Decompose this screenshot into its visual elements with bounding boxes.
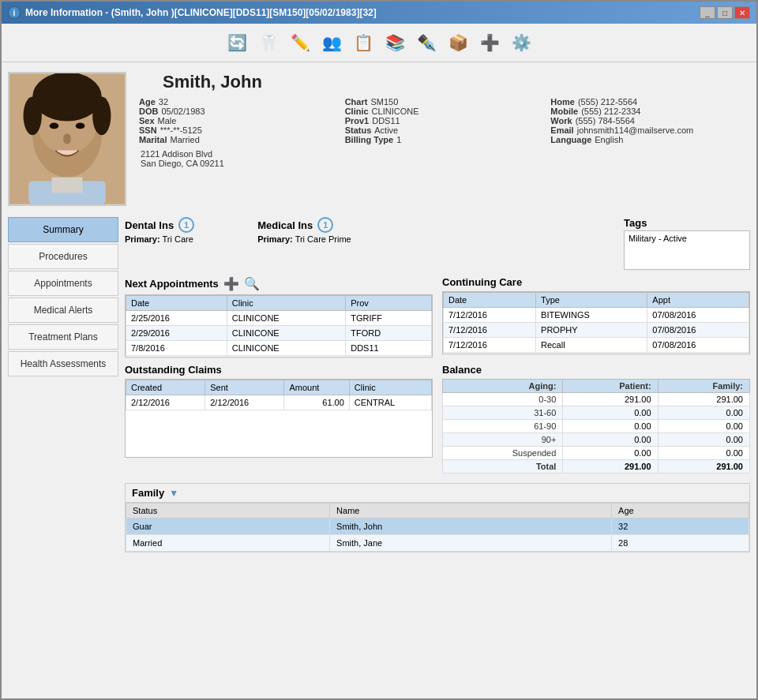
balance-family-4: 0.00 bbox=[658, 433, 749, 447]
outstanding-claims-table-wrapper: Created Sent Amount Clinic 2/12/2016 bbox=[125, 379, 433, 458]
balance-row: Suspended 0.00 0.00 bbox=[443, 447, 750, 460]
next-appointments-title: Next Appointments bbox=[125, 278, 219, 290]
balance-family-3: 0.00 bbox=[658, 420, 749, 433]
tags-value: Military - Active bbox=[624, 230, 750, 270]
email-label: Email bbox=[550, 125, 573, 135]
medical-ins-label: Medical Ins bbox=[257, 219, 313, 231]
balance-title: Balance bbox=[442, 364, 750, 376]
toolbar-edit-icon[interactable]: ✏️ bbox=[286, 28, 314, 57]
mobile-label: Mobile bbox=[550, 107, 578, 116]
status-label: Status bbox=[345, 125, 372, 135]
family-name-2: Smith, Jane bbox=[330, 535, 612, 552]
marital-label: Marital bbox=[139, 135, 167, 144]
sex-row: Sex Male bbox=[139, 116, 339, 125]
toolbar-book-icon[interactable]: 📚 bbox=[381, 28, 409, 57]
add-appointment-button[interactable]: ➕ bbox=[223, 276, 239, 291]
family-collapse-icon[interactable]: ▼ bbox=[169, 488, 178, 499]
address-line1: 2121 Addison Blvd bbox=[141, 149, 339, 159]
sidebar-item-medical-alerts[interactable]: Medical Alerts bbox=[8, 298, 118, 323]
ssn-value: ***-**-5125 bbox=[160, 125, 202, 135]
dental-ins-block: Dental Ins 1 Primary: Tri Care bbox=[125, 217, 194, 244]
next-appointments-section: Next Appointments ➕ 🔍 Date Clinic bbox=[125, 276, 433, 357]
home-row: Home (555) 212-5564 bbox=[550, 97, 750, 107]
appt-col-prov: Prov bbox=[346, 296, 432, 311]
restore-button[interactable]: □ bbox=[717, 6, 733, 19]
svg-point-3 bbox=[32, 73, 102, 122]
care-date-2: 7/12/2016 bbox=[444, 323, 536, 338]
table-row[interactable]: 7/12/2016 Recall 07/08/2016 bbox=[444, 338, 749, 353]
continuing-care-section: Continuing Care Date Type Appt bbox=[442, 276, 750, 357]
patient-info: Smith, John Age 32 DOB 05/02/1983 bbox=[139, 72, 750, 206]
toolbar-chart-icon[interactable]: 📋 bbox=[349, 28, 377, 57]
toolbar-pen-icon[interactable]: ✒️ bbox=[412, 28, 441, 57]
email-row: Email johnsmith114@mailserve.com bbox=[550, 125, 750, 135]
tags-block: Tags Military - Active bbox=[624, 217, 750, 270]
balance-total-patient: 291.00 bbox=[563, 460, 658, 474]
appt-care-row: Next Appointments ➕ 🔍 Date Clinic bbox=[125, 276, 750, 357]
appt-prov-3: DDS11 bbox=[346, 341, 432, 356]
chart-row: Chart SM150 bbox=[345, 97, 545, 107]
balance-range-4: 90+ bbox=[443, 433, 563, 447]
next-appointments-table: Date Clinic Prov 2/25/2016 CLINICONE bbox=[126, 295, 432, 356]
claims-balance-row: Outstanding Claims Created Sent Amount C… bbox=[125, 364, 750, 474]
toolbar-tooth-icon[interactable]: 🦷 bbox=[254, 28, 283, 57]
table-row[interactable]: 7/8/2016 CLINICONE DDS11 bbox=[126, 341, 432, 356]
toolbar-users-icon[interactable]: 👥 bbox=[317, 28, 346, 57]
care-appt-3: 07/08/2016 bbox=[647, 338, 749, 353]
main-content: Smith, John Age 32 DOB 05/02/1983 bbox=[2, 62, 756, 698]
toolbar-box-icon[interactable]: 📦 bbox=[444, 28, 472, 57]
appt-clinic-2: CLINICONE bbox=[227, 326, 345, 341]
care-type-1: BITEWINGS bbox=[536, 308, 647, 323]
dental-ins-primary: Primary: Tri Care bbox=[125, 234, 194, 244]
language-label: Language bbox=[550, 135, 591, 144]
window-title: More Information - (Smith, John )[CLINIC… bbox=[25, 7, 377, 18]
balance-patient-4: 0.00 bbox=[563, 433, 658, 447]
body-area: Summary Procedures Appointments Medical … bbox=[8, 217, 750, 692]
sidebar-item-treatment-plans[interactable]: Treatment Plans bbox=[8, 324, 118, 350]
toolbar-add-icon[interactable]: ➕ bbox=[475, 28, 504, 57]
appt-clinic-3: CLINICONE bbox=[227, 341, 345, 356]
family-row[interactable]: Married Smith, Jane 28 bbox=[126, 535, 749, 552]
balance-section: Balance Aging: Patient: Family: bbox=[442, 364, 750, 474]
prov1-label: Prov1 bbox=[345, 116, 370, 125]
next-appointments-table-wrapper: Date Clinic Prov 2/25/2016 CLINICONE bbox=[125, 294, 433, 357]
sidebar-item-appointments[interactable]: Appointments bbox=[8, 271, 118, 296]
table-row[interactable]: 2/25/2016 CLINICONE TGRIFF bbox=[126, 311, 432, 326]
toolbar-settings-icon[interactable]: ⚙️ bbox=[507, 28, 535, 57]
sidebar-item-summary[interactable]: Summary bbox=[8, 217, 118, 242]
dental-ins-info-button[interactable]: 1 bbox=[178, 217, 194, 233]
toolbar-refresh-icon[interactable]: 🔄 bbox=[223, 28, 251, 57]
marital-row: Marital Married bbox=[139, 135, 339, 144]
medical-ins-block: Medical Ins 1 Primary: Tri Care Prime bbox=[257, 217, 351, 244]
family-table: Status Name Age Guar Smith, John 32 bbox=[126, 503, 749, 552]
billing-value: 1 bbox=[396, 135, 401, 144]
close-button[interactable]: ✕ bbox=[734, 6, 750, 19]
minimize-button[interactable]: _ bbox=[700, 6, 715, 19]
claims-clinic-1: CENTRAL bbox=[349, 395, 431, 410]
family-age-1: 32 bbox=[612, 518, 749, 535]
claims-amount-1: 61.00 bbox=[284, 395, 349, 410]
chart-value: SM150 bbox=[370, 97, 398, 107]
svg-point-4 bbox=[24, 96, 42, 135]
sidebar-item-procedures[interactable]: Procedures bbox=[8, 244, 118, 269]
info-col-1: Age 32 DOB 05/02/1983 Sex Male SSN bbox=[139, 97, 339, 168]
family-row[interactable]: Guar Smith, John 32 bbox=[126, 518, 749, 535]
claims-created-1: 2/12/2016 bbox=[126, 395, 205, 410]
balance-col-aging: Aging: bbox=[443, 380, 563, 393]
sidebar-item-health-assessments[interactable]: Health Assessments bbox=[8, 351, 118, 376]
table-row[interactable]: 2/29/2016 CLINICONE TFORD bbox=[126, 326, 432, 341]
svg-point-6 bbox=[50, 123, 59, 129]
table-row[interactable]: 2/12/2016 2/12/2016 61.00 CENTRAL bbox=[126, 395, 432, 410]
search-appointment-button[interactable]: 🔍 bbox=[244, 276, 260, 291]
svg-point-8 bbox=[63, 133, 71, 144]
family-col-name: Name bbox=[330, 503, 612, 518]
window-icon: i bbox=[8, 6, 21, 19]
balance-patient-5: 0.00 bbox=[563, 447, 658, 460]
outstanding-claims-table: Created Sent Amount Clinic 2/12/2016 bbox=[126, 380, 432, 410]
care-type-2: PROPHY bbox=[536, 323, 647, 338]
patient-header: Smith, John Age 32 DOB 05/02/1983 bbox=[8, 69, 750, 212]
table-row[interactable]: 7/12/2016 BITEWINGS 07/08/2016 bbox=[444, 308, 749, 323]
medical-ins-info-button[interactable]: 1 bbox=[317, 217, 333, 233]
table-row[interactable]: 7/12/2016 PROPHY 07/08/2016 bbox=[444, 323, 749, 338]
outstanding-claims-title: Outstanding Claims bbox=[125, 364, 222, 376]
